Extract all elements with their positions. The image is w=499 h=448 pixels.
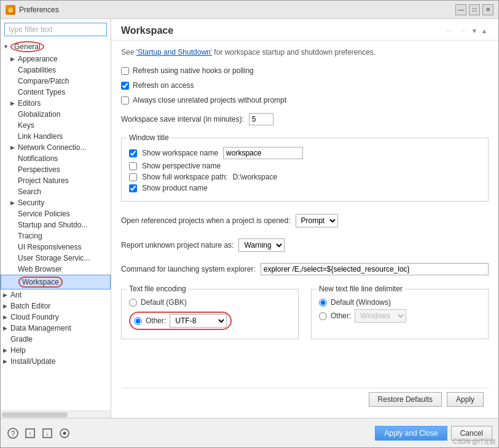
search-input[interactable] [4,23,107,36]
nav-forward[interactable]: → [457,25,469,36]
sidebar-item-startup-shutdown[interactable]: Startup and Shutdo... [1,219,111,230]
show-perspective-name-checkbox[interactable] [129,162,137,170]
encoding-default-label: Default (GBK) [141,298,187,307]
sidebar-item-workspace[interactable]: Workspace [1,275,111,289]
encoding-other-label: Other: [146,316,166,325]
encoding-section: Text file encoding Default (GBK) Other: … [121,289,489,339]
close-unrelated-row: Always close unrelated projects without … [121,96,489,104]
show-full-path-checkbox[interactable] [129,173,137,181]
expand-arrow: ▶ [3,358,10,364]
startup-shutdown-link[interactable]: 'Startup and Shutdown' [136,48,212,57]
nav-dropdown[interactable]: ▾ [470,25,479,36]
maximize-button[interactable]: □ [469,4,480,15]
minimize-button[interactable]: — [455,4,466,15]
save-interval-input[interactable] [249,113,273,125]
apply-button[interactable]: Apply [447,392,484,407]
sidebar-item-project-natures[interactable]: Project Natures [1,175,111,186]
sidebar-item-ant[interactable]: ▶ Ant [1,289,111,301]
refresh-access-checkbox[interactable] [121,82,129,90]
workspace-header: Workspace ← → ▾ ▴ [111,19,498,41]
delimiter-default-radio[interactable] [319,299,327,307]
command-launcher-label: Command for launching system explorer: [121,265,256,273]
open-referenced-select[interactable]: Prompt Always Never [296,214,338,227]
line-delimiter-group: New text file line delimiter Default (Wi… [311,289,489,339]
expand-arrow: ▶ [3,347,10,353]
encoding-other-row: Other: UTF-8 UTF-16 ISO-8859-1 [129,312,232,330]
nav-back[interactable]: ← [443,25,455,36]
save-interval-row: Workspace save interval (in minutes): [121,113,489,125]
show-perspective-name-row: Show perspective name [129,162,481,170]
sidebar-item-search[interactable]: Search [1,186,111,197]
restore-defaults-button[interactable]: Restore Defaults [369,392,442,407]
import-preferences-icon[interactable]: ↓ [41,427,53,439]
sidebar-horizontal-scrollbar[interactable] [1,411,111,418]
sidebar-item-editors[interactable]: ▶ Editors [1,98,111,109]
report-unknown-label: Report unknown project nature as: [121,241,234,250]
sidebar-item-gradle[interactable]: Gradle [1,334,111,345]
sidebar-item-web-browser[interactable]: Web Browser [1,264,111,275]
text-file-encoding-group: Text file encoding Default (GBK) Other: … [121,289,299,339]
refresh-native-checkbox[interactable] [121,67,129,75]
expand-arrow: ▶ [10,200,18,206]
show-product-name-checkbox[interactable] [129,184,137,192]
show-workspace-name-row: Show workspace name [129,147,481,159]
bottom-left-icons: ? ↑ ↓ [7,427,71,439]
sidebar-item-help[interactable]: ▶ Help [1,345,111,356]
open-referenced-label: Open referenced projects when a project … [121,216,291,225]
bottom-bar: ? ↑ ↓ Ap [1,418,498,447]
delimiter-other-select[interactable]: Windows Unix Mac OS 9 [355,309,406,323]
nav-menu[interactable]: ▴ [480,25,489,36]
sidebar-item-appearance[interactable]: ▶ Appearance [1,53,111,65]
encoding-default-radio[interactable] [129,299,137,307]
expand-arrow: ▶ [10,144,18,151]
sidebar-item-compare-patch[interactable]: Compare/Patch [1,76,111,87]
right-panel: Workspace ← → ▾ ▴ See 'Startup and Shutd… [111,19,498,418]
sidebar-item-content-types[interactable]: Content Types [1,87,111,98]
sidebar-item-install-update[interactable]: ▶ Install/Update [1,356,111,367]
sidebar-item-capabilities[interactable]: Capabilities [1,65,111,76]
sidebar-item-network-connections[interactable]: ▶ Network Connectio... [1,142,111,153]
main-content: ▼ General ▶ Appearance Capabilities Comp… [1,19,498,418]
save-interval-label: Workspace save interval (in minutes): [121,115,244,124]
window-title-group-label: Window title [127,133,171,142]
app-icon: ⚙ [6,5,15,15]
sidebar-item-keys[interactable]: Keys [1,120,111,131]
encoding-other-radio[interactable] [134,317,142,325]
command-launcher-input[interactable] [261,263,489,275]
encoding-other-select[interactable]: UTF-8 UTF-16 ISO-8859-1 [170,314,227,328]
apply-and-close-button[interactable]: Apply and Close [375,426,447,441]
delimiter-other-radio[interactable] [319,312,327,320]
sidebar-item-perspectives[interactable]: Perspectives [1,164,111,175]
sidebar-item-tracing[interactable]: Tracing [1,230,111,242]
restore-apply-row: Restore Defaults Apply [121,388,489,411]
workspace-title: Workspace [121,25,173,36]
svg-text:?: ? [11,430,15,438]
show-product-name-row: Show product name [129,184,481,192]
close-button[interactable]: ✕ [482,4,493,15]
window-controls: — □ ✕ [455,4,493,15]
sidebar-item-general[interactable]: ▼ General [1,40,111,53]
sidebar-item-ui-responsiveness[interactable]: UI Responsiveness [1,242,111,253]
sidebar-item-globalization[interactable]: Globalization [1,109,111,120]
preferences-settings-icon[interactable] [58,427,71,439]
help-icon[interactable]: ? [7,427,19,439]
refresh-access-label: Refresh on access [133,81,194,90]
delimiter-default-label: Default (Windows) [331,298,391,307]
sidebar-item-security[interactable]: ▶ Security [1,197,111,208]
workspace-body: See 'Startup and Shutdown' for workspace… [111,41,498,418]
workspace-name-input[interactable] [223,147,303,159]
expand-arrow: ▶ [3,314,10,320]
sidebar-item-data-management[interactable]: ▶ Data Management [1,323,111,334]
export-preferences-icon[interactable]: ↑ [24,427,36,439]
report-unknown-select[interactable]: Warning Error Ignore [238,238,285,252]
encoding-default-row: Default (GBK) [129,298,291,307]
show-workspace-name-checkbox[interactable] [129,149,137,157]
sidebar-item-service-policies[interactable]: Service Policies [1,208,111,219]
sidebar-item-link-handlers[interactable]: Link Handlers [1,131,111,142]
expand-arrow: ▼ [3,44,10,50]
sidebar-item-user-storage[interactable]: User Storage Servic... [1,253,111,264]
close-unrelated-checkbox[interactable] [121,96,129,104]
sidebar-item-cloud-foundry[interactable]: ▶ Cloud Foundry [1,312,111,323]
sidebar-item-batch-editor[interactable]: ▶ Batch Editor [1,301,111,312]
sidebar-item-notifications[interactable]: Notifications [1,153,111,164]
